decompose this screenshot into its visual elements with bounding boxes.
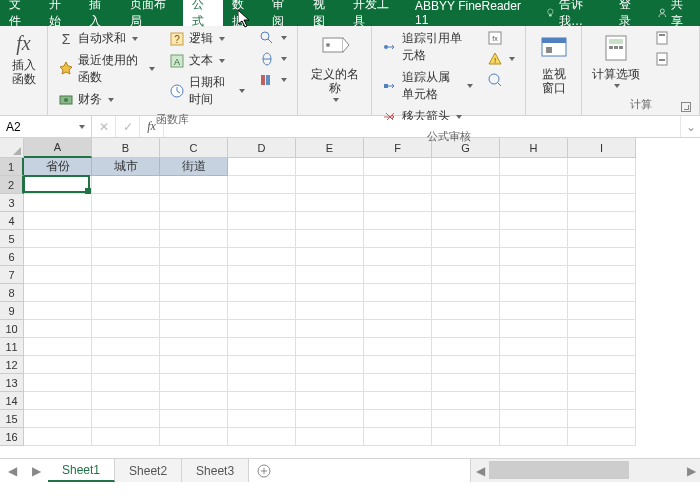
cell[interactable]: [500, 410, 568, 428]
cell[interactable]: [364, 284, 432, 302]
cell[interactable]: [92, 248, 160, 266]
cell[interactable]: [568, 320, 636, 338]
row-header[interactable]: 4: [0, 212, 24, 230]
cell[interactable]: [160, 428, 228, 446]
cell[interactable]: [296, 302, 364, 320]
cell[interactable]: [24, 302, 92, 320]
cell[interactable]: [364, 392, 432, 410]
row-header[interactable]: 9: [0, 302, 24, 320]
row-header[interactable]: 11: [0, 338, 24, 356]
expand-formula-bar-button[interactable]: ⌄: [680, 116, 700, 137]
show-formulas-button[interactable]: fx: [483, 28, 519, 48]
cell[interactable]: [296, 176, 364, 194]
cell[interactable]: [500, 374, 568, 392]
new-sheet-button[interactable]: [249, 464, 279, 478]
cell[interactable]: [296, 284, 364, 302]
cell[interactable]: [228, 194, 296, 212]
cell[interactable]: [500, 302, 568, 320]
text-button[interactable]: A文本: [165, 50, 249, 71]
tab-scroll-left-button[interactable]: ◀: [0, 459, 24, 482]
cell[interactable]: [228, 212, 296, 230]
cell[interactable]: [160, 374, 228, 392]
row-header[interactable]: 7: [0, 266, 24, 284]
column-header[interactable]: A: [24, 138, 92, 158]
cell[interactable]: [92, 410, 160, 428]
cell[interactable]: [432, 176, 500, 194]
cell[interactable]: [296, 266, 364, 284]
logic-button[interactable]: ?逻辑: [165, 28, 249, 49]
cell[interactable]: [160, 248, 228, 266]
cell[interactable]: [296, 320, 364, 338]
cell[interactable]: [364, 320, 432, 338]
cell[interactable]: [568, 284, 636, 302]
watch-window-button[interactable]: 监视窗口: [532, 28, 575, 95]
lookup-button[interactable]: [255, 28, 291, 48]
cell[interactable]: [432, 266, 500, 284]
column-header[interactable]: B: [92, 138, 160, 158]
cell[interactable]: [228, 266, 296, 284]
cell[interactable]: [24, 374, 92, 392]
cell[interactable]: [296, 374, 364, 392]
error-check-button[interactable]: !: [483, 49, 519, 69]
cell[interactable]: [364, 176, 432, 194]
cell[interactable]: [500, 284, 568, 302]
cell[interactable]: [228, 374, 296, 392]
cell[interactable]: [364, 248, 432, 266]
cell[interactable]: [24, 176, 92, 194]
cell[interactable]: [500, 158, 568, 176]
sheet-tab-1[interactable]: Sheet1: [48, 459, 115, 482]
trace-dependents-button[interactable]: 追踪从属单元格: [378, 67, 477, 105]
recent-fn-button[interactable]: 最近使用的函数: [54, 50, 159, 88]
insert-function-button[interactable]: fx 插入函数: [6, 28, 41, 86]
cell[interactable]: [296, 212, 364, 230]
cell[interactable]: [24, 392, 92, 410]
row-header[interactable]: 13: [0, 374, 24, 392]
horizontal-scrollbar[interactable]: ◀ ▶: [470, 459, 700, 482]
scroll-left-button[interactable]: ◀: [471, 459, 489, 482]
cell[interactable]: [92, 230, 160, 248]
cell[interactable]: [296, 194, 364, 212]
row-header[interactable]: 8: [0, 284, 24, 302]
scroll-track[interactable]: [489, 459, 682, 482]
evaluate-button[interactable]: [483, 70, 519, 90]
tab-layout[interactable]: 页面布局: [121, 0, 183, 26]
cell[interactable]: [568, 176, 636, 194]
cell[interactable]: [160, 212, 228, 230]
cell[interactable]: [432, 320, 500, 338]
row-header[interactable]: 1: [0, 158, 24, 176]
cell[interactable]: [92, 428, 160, 446]
cell[interactable]: [228, 284, 296, 302]
cell[interactable]: [364, 428, 432, 446]
cell[interactable]: [568, 392, 636, 410]
column-header[interactable]: C: [160, 138, 228, 158]
datetime-button[interactable]: 日期和时间: [165, 72, 249, 110]
cell[interactable]: [24, 266, 92, 284]
row-header[interactable]: 16: [0, 428, 24, 446]
select-all-corner[interactable]: [0, 138, 24, 158]
cell[interactable]: [228, 356, 296, 374]
scroll-thumb[interactable]: [489, 461, 629, 479]
row-header[interactable]: 14: [0, 392, 24, 410]
row-header[interactable]: 15: [0, 410, 24, 428]
cell[interactable]: [228, 158, 296, 176]
tab-view[interactable]: 视图: [304, 0, 344, 26]
cell[interactable]: 城市: [92, 158, 160, 176]
cell[interactable]: [24, 194, 92, 212]
cell[interactable]: [432, 338, 500, 356]
cell[interactable]: [500, 338, 568, 356]
cell[interactable]: [500, 248, 568, 266]
cell[interactable]: [432, 428, 500, 446]
cell[interactable]: [228, 410, 296, 428]
cell[interactable]: [364, 230, 432, 248]
cell[interactable]: [568, 230, 636, 248]
cell[interactable]: [228, 248, 296, 266]
cell[interactable]: [92, 374, 160, 392]
cell[interactable]: [92, 266, 160, 284]
cell[interactable]: [500, 428, 568, 446]
cell[interactable]: [160, 230, 228, 248]
cell[interactable]: [160, 302, 228, 320]
tab-abbyy[interactable]: ABBYY FineReader 11: [406, 0, 537, 26]
cell[interactable]: [92, 392, 160, 410]
cell[interactable]: [432, 194, 500, 212]
row-header[interactable]: 10: [0, 320, 24, 338]
